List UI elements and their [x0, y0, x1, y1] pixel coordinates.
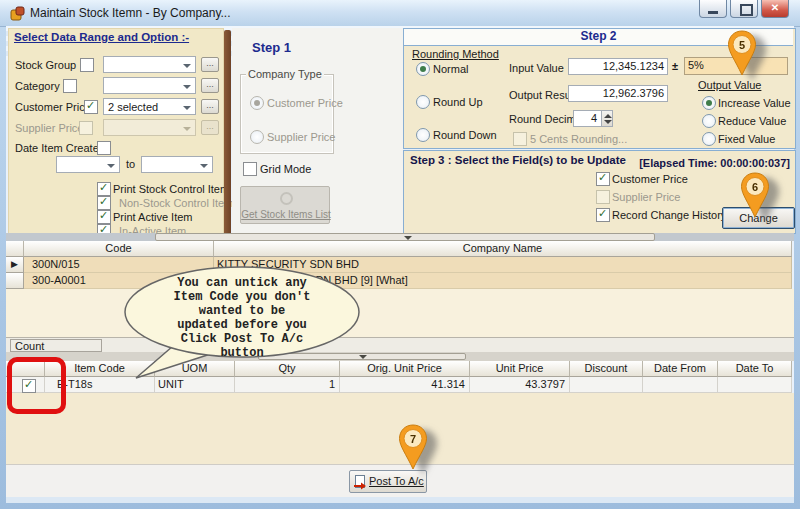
- status-strip: [6, 497, 794, 503]
- data-range-header: Select Data Range and Option :-: [14, 31, 189, 43]
- callout-number: 5: [739, 39, 745, 51]
- non-stock-control-label: Non-Stock Control Item: [119, 197, 233, 209]
- rounding-down-radio[interactable]: [416, 128, 430, 142]
- non-stock-control-checkbox[interactable]: [97, 196, 111, 210]
- customer-price-label: Customer Price: [15, 101, 91, 113]
- stock-group-checkbox[interactable]: [80, 58, 94, 72]
- date-created-label: Date Item Created: [15, 142, 105, 154]
- print-stock-control-label: Print Stock Control Item: [113, 183, 229, 195]
- date-to-label: to: [126, 158, 135, 170]
- rounding-up-radio[interactable]: [416, 95, 430, 109]
- fixed-value-radio[interactable]: [702, 132, 716, 146]
- item-row-unit-price[interactable]: 43.3797: [470, 377, 570, 393]
- record-history-label: Record Change History: [612, 209, 726, 221]
- close-button[interactable]: ✕: [761, 0, 789, 18]
- vertical-splitter[interactable]: [224, 30, 231, 235]
- input-value-field[interactable]: 12,345.1234: [568, 58, 668, 75]
- chevron-down-icon: [404, 236, 412, 240]
- company-type-label: Company Type: [246, 68, 324, 80]
- balloon-text: You can untick any Item Code you don't w…: [128, 276, 356, 360]
- item-row-date-from[interactable]: [643, 377, 718, 393]
- customer-price-combo[interactable]: 2 selected: [103, 98, 196, 115]
- minimize-icon: [708, 11, 718, 14]
- rounding-normal-label: Normal: [433, 63, 468, 75]
- supplier-price-label: Supplier Price: [15, 122, 83, 134]
- callout-number: 7: [410, 433, 416, 445]
- customer-price-browse-button[interactable]: ...: [201, 99, 219, 114]
- output-value-label: Output Value: [698, 79, 761, 91]
- step3-customer-price-checkbox[interactable]: [596, 172, 610, 186]
- increase-value-radio[interactable]: [702, 96, 716, 110]
- splitter-collapse-button[interactable]: [155, 233, 655, 241]
- customer-price-checkbox[interactable]: [84, 100, 98, 114]
- record-history-checkbox[interactable]: [596, 208, 610, 222]
- grid-mode-checkbox[interactable]: [243, 162, 257, 176]
- item-header-date-to: Date To: [718, 361, 792, 377]
- chevron-down-icon: [200, 164, 208, 168]
- stock-group-label: Stock Group: [15, 59, 76, 71]
- callout-number: 6: [752, 181, 758, 193]
- spinner-down-icon: [604, 120, 612, 124]
- callout-pin-7: 7: [398, 424, 428, 470]
- print-stock-control-checkbox[interactable]: [97, 182, 111, 196]
- customer-price-combo-value: 2 selected: [108, 101, 158, 113]
- rounding-down-label: Round Down: [433, 129, 497, 141]
- company-type-customer-radio: [250, 96, 264, 110]
- item-header-discount: Discount: [570, 361, 643, 377]
- step3-supplier-price-checkbox: [596, 190, 610, 204]
- five-cents-checkbox: [513, 132, 527, 146]
- spinner-up-icon: [604, 114, 612, 118]
- category-combo[interactable]: [103, 77, 196, 94]
- callout-pin-5: 5: [727, 30, 757, 76]
- rounding-normal-radio[interactable]: [416, 62, 430, 76]
- increase-value-label: Increase Value: [718, 97, 791, 109]
- step1-title: Step 1: [252, 40, 291, 55]
- company-header-code: Code: [24, 241, 214, 257]
- step2-title: Step 2: [580, 29, 616, 43]
- rounding-method-label: Rounding Method: [412, 48, 499, 60]
- item-row-date-to[interactable]: [718, 377, 792, 393]
- stock-group-combo[interactable]: [103, 56, 196, 73]
- item-row-discount[interactable]: [570, 377, 643, 393]
- print-active-item-checkbox[interactable]: [97, 210, 111, 224]
- get-stock-items-button: Get Stock Items List: [240, 186, 330, 224]
- spinner-buttons[interactable]: [601, 110, 613, 127]
- category-checkbox[interactable]: [63, 79, 77, 93]
- plus-minus-label: ±: [672, 60, 678, 72]
- row-indicator: [6, 273, 24, 289]
- five-cents-label: 5 Cents Rounding...: [530, 133, 627, 145]
- date-from-combo[interactable]: [56, 156, 120, 173]
- category-browse-button[interactable]: ...: [201, 78, 219, 93]
- chevron-down-icon: [183, 64, 191, 68]
- callout-pin-6: 6: [740, 172, 770, 218]
- date-to-combo[interactable]: [141, 156, 213, 173]
- supplier-price-combo: [103, 119, 196, 136]
- input-value-label: Input Value: [509, 62, 564, 74]
- reduce-value-label: Reduce Value: [718, 115, 786, 127]
- app-icon: [10, 6, 25, 21]
- row-indicator: ▶: [6, 257, 24, 273]
- post-document-icon: [353, 475, 367, 490]
- company-header-name: Company Name: [214, 241, 792, 257]
- reduce-value-radio[interactable]: [702, 114, 716, 128]
- print-active-item-label: Print Active Item: [113, 211, 192, 223]
- horizontal-splitter-top[interactable]: [6, 233, 794, 241]
- title-bar: Maintain Stock Itemn - By Company... ✕: [0, 0, 800, 27]
- company-type-supplier-label: Supplier Price: [267, 131, 335, 143]
- minimize-button[interactable]: [699, 0, 727, 18]
- grid-mode-label: Grid Mode: [260, 163, 311, 175]
- stock-group-browse-button[interactable]: ...: [201, 57, 219, 72]
- post-to-ac-button[interactable]: Post To A/c: [349, 470, 427, 493]
- maximize-icon: [740, 4, 753, 16]
- item-header-date-from: Date From: [643, 361, 718, 377]
- output-result-field[interactable]: 12,962.3796: [568, 85, 668, 102]
- close-icon: ✕: [771, 2, 779, 13]
- rounding-up-label: Round Up: [433, 96, 483, 108]
- refresh-icon: [279, 191, 294, 206]
- item-header-unit-price: Unit Price: [470, 361, 570, 377]
- company-header-selector: [6, 241, 24, 257]
- maximize-button[interactable]: [730, 0, 758, 18]
- step3-supplier-price-label: Supplier Price: [612, 191, 680, 203]
- get-stock-items-label: Get Stock Items List: [241, 209, 331, 220]
- date-created-checkbox[interactable]: [97, 141, 111, 155]
